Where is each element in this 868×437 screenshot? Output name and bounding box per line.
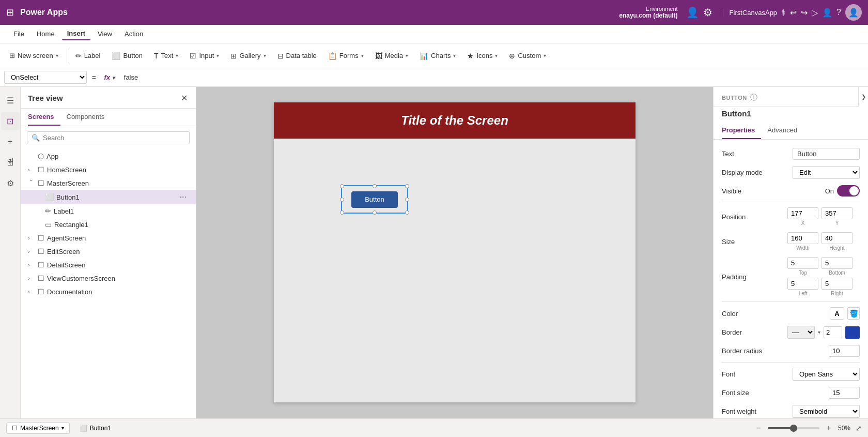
pos-y-input[interactable] <box>822 207 853 219</box>
pos-x-input[interactable] <box>787 207 818 219</box>
sidebar-icon-layers[interactable]: ⊡ <box>1 112 20 130</box>
fx-button[interactable]: fx ▾ <box>101 73 118 81</box>
zoom-slider-track[interactable] <box>768 427 819 429</box>
media-button[interactable]: 🖼 Media ▾ <box>370 50 413 62</box>
handle-tr[interactable] <box>405 184 409 188</box>
chevron-masterscreen: › <box>28 179 35 187</box>
tab-properties[interactable]: Properties <box>722 122 761 139</box>
right-panel-tabs: Properties Advanced <box>714 122 868 140</box>
charts-button[interactable]: 📊 Charts ▾ <box>414 50 461 62</box>
media-icon: 🖼 <box>375 52 382 60</box>
canvas-area[interactable]: ↖ Title of the Screen Button <box>196 87 713 437</box>
border-style-select[interactable]: — <box>787 326 815 339</box>
tree-item-documentation[interactable]: › ☐ Documentation <box>21 285 196 298</box>
tab-components[interactable]: Components <box>67 109 111 126</box>
prop-font-select[interactable]: Open Sans <box>793 368 860 381</box>
help-circle-icon[interactable]: ⓘ <box>750 93 757 102</box>
tree-close-button[interactable]: ✕ <box>180 92 189 104</box>
pad-top-input[interactable] <box>787 257 818 269</box>
custom-button[interactable]: ⊕ Custom ▾ <box>504 50 551 62</box>
handle-tc[interactable] <box>373 184 377 188</box>
prop-display-mode-label: Display mode <box>722 169 793 176</box>
handle-br[interactable] <box>405 210 409 215</box>
canvas-button-container[interactable]: Button <box>341 185 408 214</box>
text-icon: T <box>154 52 159 60</box>
data-table-button[interactable]: ⊟ Data table <box>272 50 322 62</box>
property-select[interactable]: OnSelect <box>4 71 87 84</box>
text-chevron: ▾ <box>176 53 178 58</box>
prop-display-mode-select[interactable]: Edit <box>793 166 860 179</box>
menu-home[interactable]: Home <box>32 28 60 40</box>
new-screen-button[interactable]: ⊞ New screen ▾ <box>4 50 64 62</box>
tree-item-label1[interactable]: ✏ Label1 <box>21 204 196 218</box>
handle-lc[interactable] <box>340 198 344 202</box>
icons-chevron: ▾ <box>495 53 498 58</box>
color-text-swatch[interactable]: A <box>830 307 844 320</box>
prop-font-weight-select[interactable]: Semibold <box>793 405 860 418</box>
handle-bc[interactable] <box>373 210 377 215</box>
tree-item-editscreen[interactable]: › ☐ EditScreen <box>21 245 196 258</box>
button1-more[interactable]: ··· <box>178 192 189 202</box>
zoom-plus-button[interactable]: + <box>823 422 835 434</box>
menu-action[interactable]: Action <box>119 28 148 40</box>
pad-bottom-input[interactable] <box>822 257 853 269</box>
icons-button[interactable]: ★ Icons ▾ <box>462 50 503 62</box>
user-icon[interactable]: 👤 <box>822 8 832 18</box>
tree-item-masterscreen[interactable]: › ☐ MasterScreen <box>21 176 196 190</box>
check-health-icon[interactable]: ⚕ <box>781 8 786 18</box>
menu-insert[interactable]: Insert <box>62 27 90 40</box>
input-button[interactable]: ☑ Input ▾ <box>184 50 224 62</box>
search-input[interactable] <box>43 134 185 142</box>
tree-item-detailscreen[interactable]: › ☐ DetailScreen <box>21 258 196 272</box>
undo-icon[interactable]: ↩ <box>790 8 797 18</box>
border-radius-input[interactable] <box>829 345 860 357</box>
prop-text-input[interactable] <box>793 148 860 160</box>
sidebar-icon-menu[interactable]: ☰ <box>1 91 20 110</box>
handle-tl[interactable] <box>340 184 344 188</box>
canvas-button-inner[interactable]: Button <box>351 191 398 208</box>
fit-screen-icon[interactable]: ⤢ <box>856 424 862 432</box>
grid-icon[interactable]: ⊞ <box>6 7 14 18</box>
bottom-screen-tab[interactable]: ☐ MasterScreen ▾ <box>6 423 70 434</box>
border-width-input[interactable] <box>824 326 842 338</box>
bottom-button-tab[interactable]: ⬜ Button1 <box>74 423 117 434</box>
width-input[interactable] <box>787 232 818 244</box>
handle-bl[interactable] <box>340 210 344 215</box>
label-button[interactable]: ✏ Label <box>70 50 106 62</box>
avatar[interactable]: 👤 <box>845 4 862 21</box>
zoom-minus-button[interactable]: − <box>752 422 765 434</box>
menu-file[interactable]: File <box>8 28 29 40</box>
pad-left-input[interactable] <box>787 278 818 290</box>
tree-item-button1[interactable]: ⬜ Button1 ··· <box>21 190 196 204</box>
forms-button[interactable]: 📋 Forms ▾ <box>323 50 369 62</box>
sidebar-icon-add[interactable]: + <box>1 132 20 151</box>
gallery-button[interactable]: ⊞ Gallery ▾ <box>225 50 271 62</box>
text-button[interactable]: T Text ▾ <box>149 50 183 62</box>
tree-item-homescreen[interactable]: › ☐ HomeScreen <box>21 163 196 176</box>
sidebar-icon-database[interactable]: 🗄 <box>1 153 20 172</box>
pad-right-input[interactable] <box>822 278 853 290</box>
sidebar-icon-settings[interactable]: ⚙ <box>1 174 20 192</box>
menu-view[interactable]: View <box>92 28 117 40</box>
tab-advanced[interactable]: Advanced <box>767 122 803 139</box>
handle-rc[interactable] <box>405 198 409 202</box>
prop-visible: Visible On <box>722 182 860 200</box>
color-bucket-icon[interactable]: 🪣 <box>847 307 860 320</box>
visible-toggle-switch[interactable] <box>837 185 860 197</box>
panel-expand-button[interactable]: ❯ <box>858 87 868 107</box>
zoom-slider-thumb[interactable] <box>790 425 797 432</box>
redo-icon[interactable]: ↪ <box>801 8 808 18</box>
play-icon[interactable]: ▷ <box>812 8 818 18</box>
tree-item-app[interactable]: ⬡ App <box>21 149 196 163</box>
pos-y-label: Y <box>822 220 853 226</box>
help-icon[interactable]: ? <box>836 8 841 17</box>
font-size-input[interactable] <box>829 387 860 399</box>
border-color-swatch[interactable] <box>845 326 860 339</box>
tree-item-viewcustomersscreen[interactable]: › ☐ ViewCustomersScreen <box>21 272 196 285</box>
component-type: BUTTON <box>722 95 747 101</box>
button-button[interactable]: ⬜ Button <box>106 50 148 62</box>
tree-item-agentscreen[interactable]: › ☐ AgentScreen <box>21 231 196 245</box>
tab-screens[interactable]: Screens <box>28 109 60 126</box>
tree-item-rectangle1[interactable]: ▭ Rectangle1 <box>21 218 196 231</box>
height-input[interactable] <box>822 232 853 244</box>
